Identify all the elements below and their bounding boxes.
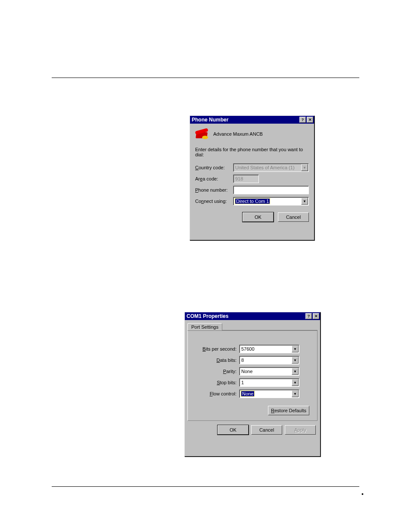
parity-label: Parity: [196, 369, 237, 374]
dialog-title: COM1 Properties [187, 313, 305, 319]
tab-port-settings[interactable]: Port Settings [187, 323, 222, 330]
bps-label: Bits per second: [196, 346, 237, 352]
flow-control-select[interactable]: None ▼ [239, 389, 299, 398]
footer-rule [52, 486, 359, 487]
chevron-down-icon: ▼ [301, 164, 308, 171]
chevron-down-icon[interactable]: ▼ [292, 368, 299, 375]
parity-select[interactable]: None ▼ [239, 367, 299, 376]
restore-defaults-button[interactable]: RRestore Defaultsestore Defaults [268, 406, 309, 415]
apply-button: Apply [285, 425, 316, 435]
chevron-down-icon[interactable]: ▼ [292, 379, 299, 386]
close-button[interactable]: ✕ [313, 313, 319, 319]
stop-bits-value: 1 [241, 380, 244, 385]
help-button[interactable]: ? [299, 117, 306, 123]
dialog-body: Advance Maxum ANCB Enter details for the… [190, 124, 314, 226]
help-button[interactable]: ? [305, 313, 312, 319]
cancel-button[interactable]: Cancel [251, 425, 282, 435]
titlebar[interactable]: COM1 Properties ? ✕ [185, 312, 320, 320]
dialog-title: Phone Number [192, 117, 299, 123]
phone-icon [195, 128, 210, 140]
com1-properties-dialog: COM1 Properties ? ✕ Port Settings Bits p… [184, 312, 321, 457]
page-bullet: • [361, 491, 364, 498]
tab-strip: Port Settings [187, 323, 318, 330]
connect-using-value: Direct to Com 1 [235, 199, 270, 204]
ok-button[interactable]: OK [218, 425, 249, 435]
cancel-button[interactable]: Cancel [278, 212, 309, 222]
area-code-label: Area code: [195, 176, 230, 181]
area-code-value: 918 [235, 176, 243, 181]
chevron-down-icon[interactable]: ▼ [292, 390, 299, 397]
phone-number-label: Phone number: [195, 187, 230, 193]
bps-value: 57600 [241, 346, 255, 352]
country-code-select: United States of America (1) ▼ [233, 163, 309, 172]
close-button[interactable]: ✕ [307, 117, 313, 123]
data-bits-label: Data bits: [196, 358, 237, 363]
titlebar[interactable]: Phone Number ? ✕ [190, 116, 314, 124]
country-code-label: CCountry code:ountry code: [195, 165, 230, 170]
connect-using-label: Connect using: [195, 199, 230, 204]
stop-bits-label: Stop bits: [196, 380, 237, 385]
header-rule [52, 78, 359, 78]
connect-using-select[interactable]: Direct to Com 1 ▼ [233, 197, 309, 205]
port-settings-panel: Bits per second: 57600 ▼ Data bits: 8 ▼ … [187, 330, 318, 421]
country-code-value: United States of America (1) [235, 165, 295, 170]
parity-value: None [241, 369, 252, 374]
chevron-down-icon[interactable]: ▼ [292, 357, 299, 364]
ok-button[interactable]: OK [243, 212, 274, 222]
flow-control-value: None [241, 391, 254, 396]
data-bits-value: 8 [241, 358, 244, 363]
chevron-down-icon[interactable]: ▼ [301, 198, 308, 205]
data-bits-select[interactable]: 8 ▼ [239, 356, 299, 364]
phone-number-dialog: Phone Number ? ✕ Advance Maxum ANCB Ente… [190, 115, 314, 240]
bps-select[interactable]: 57600 ▼ [239, 345, 299, 353]
connection-name: Advance Maxum ANCB [213, 131, 263, 137]
stop-bits-select[interactable]: 1 ▼ [239, 378, 299, 387]
instruction-text: Enter details for the phone number that … [195, 147, 309, 157]
flow-control-label: Flow control: [196, 391, 237, 396]
chevron-down-icon[interactable]: ▼ [292, 345, 299, 352]
area-code-input: 918 [233, 174, 259, 183]
phone-number-input[interactable] [233, 186, 309, 194]
